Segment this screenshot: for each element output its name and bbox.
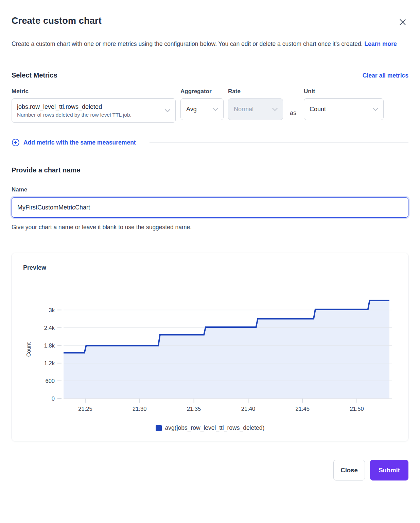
add-metric-row: Add metric with the same measurement — [12, 138, 408, 147]
modal-header: Create custom chart — [12, 12, 408, 28]
plus-circle-icon — [12, 138, 20, 147]
chevron-down-icon — [212, 107, 218, 111]
add-metric-label: Add metric with the same measurement — [23, 139, 136, 146]
y-axis-tick-label: 3k — [49, 307, 55, 313]
preview-chart-svg: 06001.2k1.8k2.4k3k21:2521:3021:3521:4021… — [23, 276, 398, 415]
metric-column: Metric jobs.row_level_ttl.rows_deleted N… — [12, 88, 176, 123]
aggregator-select-value: Avg — [186, 106, 197, 113]
x-axis-tick-label: 21:40 — [241, 406, 255, 412]
name-helper-text: Give your chart a name or leave it blank… — [12, 224, 408, 231]
preview-heading: Preview — [23, 264, 397, 271]
metric-config-row: Metric jobs.row_level_ttl.rows_deleted N… — [12, 88, 408, 123]
chart-name-heading: Provide a chart name — [12, 166, 408, 174]
create-custom-chart-modal: Create custom chart Create a custom char… — [0, 0, 420, 493]
x-axis-tick-label: 21:45 — [296, 406, 310, 412]
chart-legend: avg(jobs_row_level_ttl_rows_deleted) — [23, 416, 397, 441]
chevron-down-icon — [164, 109, 171, 113]
unit-select[interactable]: Count — [304, 98, 384, 120]
series-area — [64, 301, 389, 399]
modal-footer: Close Submit — [12, 460, 408, 493]
legend-swatch — [156, 425, 162, 431]
legend-label: avg(jobs_row_level_ttl_rows_deleted) — [165, 424, 265, 432]
x-axis-tick-label: 21:50 — [350, 406, 364, 412]
preview-chart: 06001.2k1.8k2.4k3k21:2521:3021:3521:4021… — [23, 276, 397, 415]
name-label: Name — [12, 186, 408, 193]
unit-label: Unit — [304, 88, 384, 95]
y-axis-tick-label: 0 — [52, 395, 55, 402]
description-text: Create a custom chart with one or more m… — [12, 40, 363, 47]
metric-label: Metric — [12, 88, 176, 95]
aggregator-label: Aggregator — [180, 88, 224, 95]
aggregator-column: Aggregator Avg — [180, 88, 224, 120]
chevron-down-icon — [372, 107, 379, 111]
close-icon[interactable] — [397, 16, 408, 28]
unit-column: Unit Count — [304, 88, 384, 120]
x-axis-tick-label: 21:35 — [187, 406, 201, 412]
y-axis-tick-label: 600 — [45, 378, 55, 384]
aggregator-select[interactable]: Avg — [180, 98, 224, 120]
select-metrics-heading: Select Metrics — [12, 71, 57, 79]
y-axis-tick-label: 1.8k — [44, 342, 55, 349]
x-axis-tick-label: 21:25 — [78, 406, 92, 412]
close-x-glyph — [399, 18, 406, 26]
rate-select: Normal — [228, 98, 283, 120]
submit-button[interactable]: Submit — [370, 460, 408, 480]
preview-card: Preview 06001.2k1.8k2.4k3k21:2521:3021:3… — [12, 253, 408, 441]
rate-select-value: Normal — [234, 106, 253, 113]
select-metrics-header: Select Metrics Clear all metrics — [12, 71, 408, 79]
divider — [150, 142, 408, 143]
x-axis-tick-label: 21:30 — [133, 406, 146, 412]
y-axis-title: Count — [26, 342, 32, 357]
metric-select[interactable]: jobs.row_level_ttl.rows_deleted Number o… — [12, 98, 176, 123]
close-button[interactable]: Close — [333, 460, 365, 480]
chevron-down-icon — [272, 107, 278, 111]
clear-all-metrics-link[interactable]: Clear all metrics — [363, 72, 408, 79]
learn-more-link[interactable]: Learn more — [364, 40, 397, 47]
page-title: Create custom chart — [12, 12, 102, 26]
y-axis-tick-label: 1.2k — [44, 360, 55, 366]
rate-label: Rate — [228, 88, 283, 95]
metric-select-value: jobs.row_level_ttl.rows_deleted — [17, 103, 102, 111]
metric-select-description: Number of rows deleted by the row level … — [17, 112, 132, 118]
as-text: as — [283, 109, 304, 123]
y-axis-tick-label: 2.4k — [44, 325, 55, 331]
chart-name-input[interactable] — [12, 197, 408, 218]
rate-column: Rate Normal — [228, 88, 283, 120]
modal-description: Create a custom chart with one or more m… — [12, 37, 402, 50]
unit-select-value: Count — [310, 106, 326, 113]
add-metric-button[interactable]: Add metric with the same measurement — [12, 138, 136, 147]
